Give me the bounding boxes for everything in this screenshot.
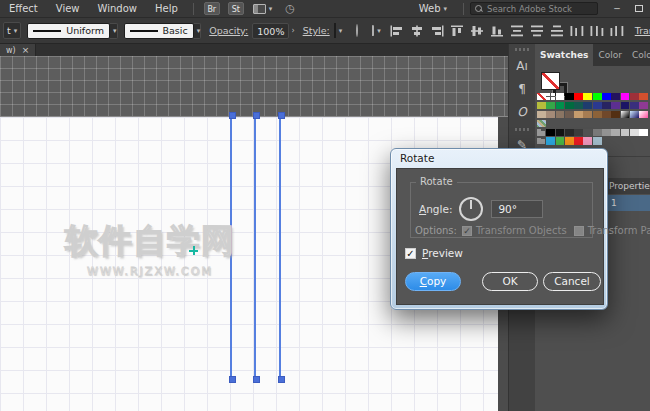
swatch[interactable] <box>565 129 574 136</box>
paragraph-panel-icon[interactable]: ¶ <box>512 80 532 98</box>
horizontal-align-right-icon[interactable] <box>428 24 445 38</box>
transform-link[interactable]: Transform <box>635 25 650 36</box>
swatch[interactable] <box>537 120 546 127</box>
vertical-align-bottom-icon[interactable] <box>488 24 505 38</box>
selected-path-1[interactable] <box>230 114 232 381</box>
close-icon[interactable]: × <box>22 45 30 55</box>
swatch[interactable] <box>546 137 555 144</box>
stroke-weight-dropdown[interactable]: t ▾ <box>3 22 21 39</box>
swatch[interactable] <box>546 93 555 100</box>
swatch[interactable] <box>611 102 620 109</box>
bridge-button[interactable]: Br <box>204 2 220 15</box>
cancel-button[interactable]: Cancel <box>543 272 601 291</box>
swatch[interactable] <box>583 137 592 144</box>
fill-none-icon[interactable] <box>541 72 560 90</box>
horizontal-distribute-left-icon[interactable] <box>568 24 585 38</box>
swatch[interactable] <box>611 129 620 136</box>
swatch[interactable] <box>574 129 583 136</box>
style-link[interactable]: Style: <box>303 25 330 36</box>
swatch[interactable] <box>583 93 592 100</box>
swatch[interactable] <box>556 137 565 144</box>
brush-definition-chevron[interactable]: ▾ <box>194 23 202 39</box>
swatch[interactable] <box>593 93 602 100</box>
character-panel-icon[interactable]: Aı <box>512 57 532 75</box>
swatch[interactable] <box>630 102 639 109</box>
swatch[interactable] <box>602 93 611 100</box>
opentype-panel-icon[interactable]: O <box>512 103 532 121</box>
document-tab[interactable]: w) × <box>0 44 36 56</box>
style-swatch[interactable] <box>334 23 336 38</box>
swatch[interactable] <box>621 93 630 100</box>
horizontal-distribute-center-icon[interactable] <box>588 24 605 38</box>
menu-item-help[interactable]: Help <box>146 0 187 18</box>
stock-button[interactable]: St <box>228 2 244 15</box>
angle-dial[interactable] <box>459 197 483 221</box>
swatch[interactable] <box>621 129 630 136</box>
history-icon[interactable]: ◷ <box>285 2 295 15</box>
swatch[interactable] <box>602 129 611 136</box>
vertical-align-top-icon[interactable] <box>448 24 465 38</box>
preview-checkbox[interactable]: ✓ <box>405 248 416 259</box>
ok-button[interactable]: OK <box>482 272 538 291</box>
chevron-down-icon[interactable]: ▾ <box>377 27 381 35</box>
transform-patterns-checkbox[interactable] <box>574 226 584 236</box>
swatch[interactable] <box>602 111 611 118</box>
transform-objects-checkbox[interactable]: ✓ <box>462 226 472 236</box>
tab-color-g[interactable]: Color G <box>627 44 650 66</box>
horizontal-distribute-right-icon[interactable] <box>608 24 625 38</box>
tab-swatches[interactable]: Swatches <box>535 44 593 66</box>
swatch[interactable] <box>621 111 630 118</box>
swatch[interactable] <box>565 111 574 118</box>
swatch[interactable] <box>574 111 583 118</box>
swatch[interactable] <box>602 102 611 109</box>
swatch[interactable] <box>537 111 546 118</box>
swatch[interactable] <box>639 93 648 100</box>
recolor-artwork-icon[interactable] <box>356 24 358 37</box>
swatch[interactable] <box>565 102 574 109</box>
vertical-distribute-bottom-icon[interactable] <box>548 24 565 38</box>
search-input[interactable]: Search Adobe Stock <box>470 2 598 15</box>
vertical-distribute-center-icon[interactable] <box>528 24 545 38</box>
opacity-link[interactable]: Opacity: <box>209 25 248 36</box>
swatch[interactable] <box>639 111 648 118</box>
swatch[interactable] <box>630 111 639 118</box>
swatch[interactable] <box>611 93 620 100</box>
color-group-folder-icon[interactable] <box>537 129 546 136</box>
angle-input[interactable]: 90° <box>491 200 543 218</box>
tab-color[interactable]: Color <box>593 44 627 66</box>
swatch[interactable] <box>630 93 639 100</box>
swatch[interactable] <box>593 137 602 144</box>
workspace-select[interactable]: Web ▾ <box>419 3 447 14</box>
swatch[interactable] <box>639 102 648 109</box>
menu-item-window[interactable]: Window <box>89 0 146 18</box>
swatch[interactable] <box>565 137 574 144</box>
horizontal-align-left-icon[interactable] <box>388 24 405 38</box>
stroke-profile-dropdown[interactable]: Uniform <box>27 23 110 39</box>
swatch[interactable] <box>537 93 546 100</box>
brush-definition-dropdown[interactable]: Basic <box>124 23 194 39</box>
swatch[interactable] <box>639 129 648 136</box>
chevron-down-icon[interactable]: ▾ <box>339 27 343 35</box>
swatch[interactable] <box>546 111 555 118</box>
menu-item-view[interactable]: View <box>47 0 89 18</box>
swatch[interactable] <box>556 102 565 109</box>
swatch[interactable] <box>546 102 555 109</box>
swatch[interactable] <box>611 111 620 118</box>
vertical-distribute-top-icon[interactable] <box>508 24 525 38</box>
swatch[interactable] <box>574 102 583 109</box>
horizontal-align-center-icon[interactable] <box>408 24 425 38</box>
swatch[interactable] <box>574 93 583 100</box>
stroke-profile-chevron[interactable]: ▾ <box>110 23 118 39</box>
color-group-folder-icon[interactable] <box>537 137 546 144</box>
swatch[interactable] <box>583 129 592 136</box>
swatch[interactable] <box>593 129 602 136</box>
swatch[interactable] <box>574 137 583 144</box>
swatch[interactable] <box>583 102 592 109</box>
opacity-input[interactable]: 100% <box>252 23 289 39</box>
menu-item-effect[interactable]: Effect <box>0 0 47 18</box>
selected-path-2[interactable] <box>254 114 256 381</box>
swatch[interactable] <box>556 111 565 118</box>
selected-path-3[interactable] <box>279 114 281 381</box>
swatch[interactable] <box>593 102 602 109</box>
panel-drag-handle[interactable] <box>515 48 529 51</box>
